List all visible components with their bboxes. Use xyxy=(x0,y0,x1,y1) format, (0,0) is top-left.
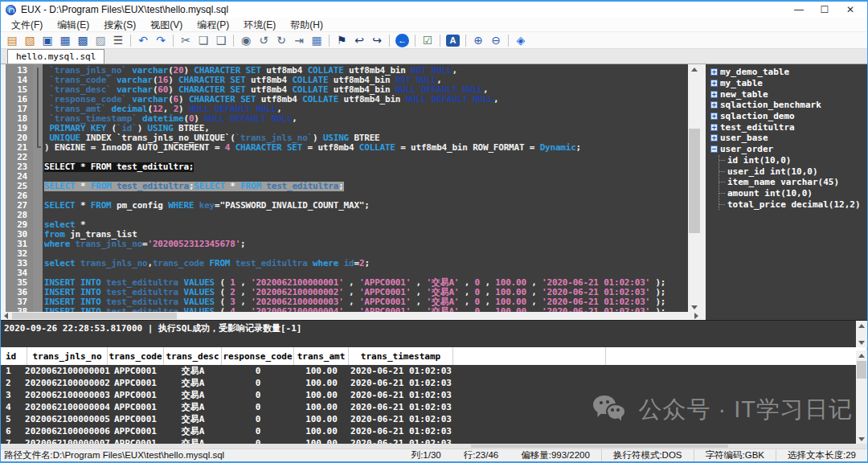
zoom-in-icon[interactable]: ⊕ xyxy=(470,33,486,47)
expand-icon[interactable]: + xyxy=(710,68,718,76)
column-header-empty xyxy=(453,347,606,365)
code-line[interactable]: 33select trans_jnls_no,trans_code FROM t… xyxy=(6,259,688,268)
results-vertical-scrollbar[interactable] xyxy=(856,350,867,444)
code-line[interactable]: 28 xyxy=(6,211,688,220)
scroll-right-icon[interactable] xyxy=(691,312,701,320)
results-horizontal-scrollbar[interactable] xyxy=(1,444,867,449)
table-cell: 交易A xyxy=(164,413,222,425)
column-header-trans_amt[interactable]: trans_amt xyxy=(294,347,349,365)
table-row[interactable]: 72020062100000007APPC0001交易A0100.002020-… xyxy=(1,437,856,444)
tree-item-sqlaction_benchmark[interactable]: +sqlaction_benchmark xyxy=(710,100,867,111)
expand-icon[interactable]: + xyxy=(710,134,718,141)
view-lines-icon[interactable]: ☰ xyxy=(110,33,126,47)
help-about-icon[interactable]: ◈ xyxy=(513,33,529,47)
code-line[interactable]: 38INSERT INTO test_editultra VALUES ( 4 … xyxy=(6,307,688,312)
next-bookmark-icon[interactable]: ↪ xyxy=(369,33,385,47)
tree-column-item[interactable]: amount int(10,0) xyxy=(719,188,867,199)
scroll-left-icon[interactable] xyxy=(1,312,10,320)
tree-column-item[interactable]: id int(10,0) xyxy=(719,155,867,166)
minimize-button[interactable]: — xyxy=(793,4,805,15)
results-vscroll-thumb[interactable] xyxy=(857,361,866,379)
column-header-trans_code[interactable]: trans_code xyxy=(108,347,164,365)
bookmark-icon[interactable]: ⚑ xyxy=(334,33,350,47)
expand-icon[interactable]: + xyxy=(710,113,718,120)
open-file-icon[interactable]: ▧ xyxy=(22,33,38,47)
column-header-trans_desc[interactable]: trans_desc xyxy=(164,347,222,365)
column-header-trans_timestamp[interactable]: trans_timestamp xyxy=(349,347,453,365)
log-vertical-scrollbar[interactable] xyxy=(856,321,867,347)
tree-column-item[interactable]: item_name varchar(45) xyxy=(719,177,867,188)
results-hscroll-thumb[interactable] xyxy=(471,445,728,448)
code-line[interactable]: 23SELECT * FROM test_editultra; xyxy=(6,162,688,172)
editor-vertical-scrollbar[interactable] xyxy=(688,64,701,312)
replace-grid-icon[interactable]: ▦ xyxy=(309,33,325,47)
tree-item-new_table[interactable]: +new_table xyxy=(710,88,867,100)
log-scroll-down-icon[interactable] xyxy=(856,338,867,347)
menu-item-program[interactable]: 编程(P) xyxy=(190,18,236,32)
save-all-icon[interactable]: ▩ xyxy=(75,33,91,47)
log-scroll-up-icon[interactable] xyxy=(856,321,867,330)
tree-column-item[interactable]: total_price decimal(12,2) xyxy=(719,199,867,210)
save-icon[interactable]: ▣ xyxy=(39,33,55,47)
menu-item-search[interactable]: 搜索(S) xyxy=(96,18,143,32)
cut-icon[interactable]: ✂ xyxy=(178,33,194,47)
code-line[interactable]: 31where trans_jnls_no='2020052312345678'… xyxy=(6,240,688,249)
redo-icon[interactable]: ↷ xyxy=(153,33,169,47)
code-line[interactable]: 27SELECT * FROM pm_config WHERE key="PAS… xyxy=(6,201,688,211)
code-line[interactable]: 21) ENGINE = InnoDB AUTO_INCREMENT = 4 C… xyxy=(6,143,688,153)
expand-icon[interactable]: + xyxy=(710,124,718,131)
column-header-id[interactable]: id xyxy=(1,347,27,365)
table-row[interactable]: 62020062100000006APPC0001交易A0100.002020-… xyxy=(1,425,856,437)
tree-connector xyxy=(719,160,725,161)
zoom-out-icon[interactable]: ⊖ xyxy=(488,33,504,47)
undo-icon[interactable]: ↶ xyxy=(135,33,151,47)
collapse-icon[interactable]: − xyxy=(710,145,718,153)
menu-bar: 文件(F)编辑(E)搜索(S)视图(V)编程(P)环境(E)帮助(H) xyxy=(1,18,867,32)
expand-icon[interactable]: + xyxy=(710,80,718,87)
menu-item-edit[interactable]: 编辑(E) xyxy=(50,18,96,32)
results-scroll-down-icon[interactable] xyxy=(856,434,867,444)
tree-item-my_table[interactable]: +my_table xyxy=(710,78,867,89)
editor-vscroll-thumb[interactable] xyxy=(689,129,700,233)
column-header-trans_jnls_no[interactable]: trans_jnls_no xyxy=(27,347,108,365)
editor-horizontal-scrollbar[interactable] xyxy=(1,312,701,320)
find-prev-icon[interactable]: ↺ xyxy=(256,33,272,47)
back-icon[interactable]: ← xyxy=(395,34,409,47)
scroll-up-icon[interactable] xyxy=(688,64,701,74)
scroll-down-icon[interactable] xyxy=(688,302,701,312)
table-row[interactable]: 12020062100000001APPC0001交易A0100.002020-… xyxy=(1,365,856,377)
find-next-icon[interactable]: ↻ xyxy=(273,33,289,47)
prev-bookmark-icon[interactable]: ↩ xyxy=(351,33,367,47)
close-button[interactable]: ✕ xyxy=(845,4,856,15)
goto-line-icon[interactable]: ⇥ xyxy=(291,33,307,47)
table-cell: 100.00 xyxy=(294,437,349,444)
tree-item-test_editultra[interactable]: +test_editultra xyxy=(710,121,867,133)
expand-icon[interactable]: + xyxy=(710,91,718,98)
syntax-highlight-icon[interactable]: A xyxy=(446,35,460,47)
tab-hello-mysql-sql[interactable]: hello.mysql.sql xyxy=(7,49,104,64)
code-line[interactable]: 25SELECT * FROM test_editultra;SELECT * … xyxy=(6,182,688,191)
code-editor[interactable]: 13 `trans_jnls_no` varchar(20) CHARACTER… xyxy=(1,64,688,312)
tree-item-my_demo_table[interactable]: +my_demo_table xyxy=(710,67,867,78)
copy-icon[interactable]: ❏ xyxy=(195,33,211,47)
menu-item-environment[interactable]: 环境(E) xyxy=(236,18,283,32)
expand-icon[interactable]: + xyxy=(710,101,718,109)
tree-column-item[interactable]: user_id int(10,0) xyxy=(719,166,867,177)
tree-item-user_base[interactable]: +user_base xyxy=(710,133,867,144)
column-header-response_code[interactable]: response_code xyxy=(222,347,294,365)
maximize-button[interactable]: ☐ xyxy=(819,4,830,15)
table-row[interactable]: 22020062100000002APPC0001交易A0100.002020-… xyxy=(1,377,856,389)
tree-item-user_order[interactable]: −user_order xyxy=(710,144,867,155)
save-as-icon[interactable]: ▦ xyxy=(57,33,73,47)
close-file-icon[interactable]: ▨ xyxy=(92,33,108,47)
menu-item-view[interactable]: 视图(V) xyxy=(143,18,190,32)
find-icon[interactable]: ◉ xyxy=(238,33,254,47)
paste-icon[interactable]: ❑ xyxy=(213,33,229,47)
results-scroll-up-icon[interactable] xyxy=(856,350,867,360)
tree-item-sqlaction_demo[interactable]: +sqlaction_demo xyxy=(710,111,867,122)
run-check-icon[interactable]: ☑ xyxy=(420,33,436,47)
menu-item-file[interactable]: 文件(F) xyxy=(4,18,50,32)
editor-hscroll-thumb[interactable] xyxy=(12,313,177,319)
new-file-icon[interactable]: ▤ xyxy=(4,33,20,47)
menu-item-help[interactable]: 帮助(H) xyxy=(283,18,330,32)
